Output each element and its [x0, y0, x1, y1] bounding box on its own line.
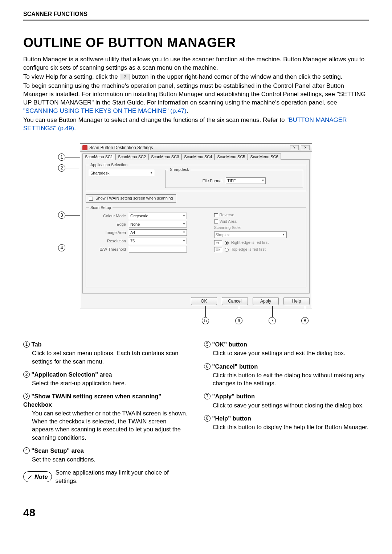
feed-right-radio[interactable] [225, 241, 229, 245]
note-box: Note Some applications may limit your ch… [23, 468, 188, 485]
application-selection-area: Application Selection Sharpdesk Sharpdes… [86, 163, 306, 191]
image-area-label: Image Area [89, 230, 129, 235]
scanning-side-select[interactable]: Simplex [214, 231, 287, 238]
tab-strip: ScanMenu SC1 ScanMenu SC2 ScanMenu SC3 S… [80, 152, 312, 159]
button-row: OK Cancel Apply Help [80, 296, 312, 308]
callout-4: 4 [58, 244, 65, 251]
callout-7: 7 [269, 317, 276, 324]
callout-3: 3 [58, 212, 65, 219]
header-rule [23, 20, 369, 21]
titlebar-help-icon[interactable]: ? [290, 145, 299, 150]
twain-checkbox[interactable] [89, 197, 93, 201]
colour-mode-label: Colour Mode [89, 214, 129, 218]
feed-orientation-b-icon: ▤▸ [214, 247, 222, 252]
cancel-button[interactable]: Cancel [222, 297, 248, 305]
tab-sc6[interactable]: ScanMenu SC6 [248, 153, 281, 160]
apply-button[interactable]: Apply [253, 297, 279, 305]
edge-select[interactable]: None [129, 221, 187, 227]
tab-sc5[interactable]: ScanMenu SC5 [215, 153, 248, 160]
tab-sc3[interactable]: ScanMenu SC3 [148, 153, 181, 160]
edge-label: Edge [89, 222, 129, 226]
tab-sc2[interactable]: ScanMenu SC2 [115, 153, 148, 160]
feed-orientation-a-icon: A▸ [214, 240, 222, 245]
app-select[interactable]: Sharpdesk [89, 170, 154, 176]
void-area-checkbox[interactable] [214, 219, 218, 223]
page-title: OUTLINE OF BUTTON MANAGER [23, 35, 369, 50]
tab-sc1[interactable]: ScanMenu SC1 [82, 153, 115, 160]
resolution-label: Resolution [89, 239, 129, 243]
section-header: SCANNER FUNCTIONS [23, 11, 369, 20]
close-icon[interactable]: ✕ [301, 145, 310, 150]
sharpdesk-legend: Sharpdesk [168, 167, 191, 172]
note-badge: Note [23, 471, 52, 482]
titlebar: Scan Button Destination Settings ? ✕ [80, 144, 312, 152]
scanning-side-label: Scanning Side: [214, 225, 303, 230]
page-number: 48 [23, 506, 369, 519]
callout-6: 6 [235, 317, 242, 324]
screenshot: 1 2 3 4 Scan Button Destination Settings… [80, 143, 312, 326]
file-format-label: File Format [203, 178, 223, 183]
link-scan-keys[interactable]: "SCANNING USING THE KEYS ON THE MACHINE"… [23, 107, 187, 114]
window-title: Scan Button Destination Settings [89, 145, 153, 150]
help-icon: ? [120, 74, 130, 80]
app-icon [82, 145, 87, 150]
help-button[interactable]: Help [283, 297, 310, 305]
tab-sc4[interactable]: ScanMenu SC4 [181, 153, 215, 160]
feed-top-radio[interactable] [225, 248, 229, 252]
callout-8: 8 [301, 317, 309, 324]
image-area-select[interactable]: A4 [129, 229, 187, 236]
reverse-checkbox[interactable] [214, 213, 218, 217]
desc-left-col: 1 Tab Click to set scan menu options. Ea… [23, 340, 188, 485]
file-format-select[interactable]: TIFF [226, 177, 266, 184]
callout-1: 1 [58, 153, 65, 161]
callout-2: 2 [58, 164, 65, 172]
callout-5: 5 [202, 317, 209, 324]
ok-button[interactable]: OK [191, 297, 217, 305]
intro-text: Button Manager is a software utility tha… [23, 56, 369, 132]
resolution-select[interactable]: 75 [129, 238, 187, 244]
bw-threshold-label: B/W Threshold [89, 247, 129, 251]
pencil-icon [27, 474, 33, 480]
desc-right-col: 5 "OK" button Click to save your setting… [204, 340, 369, 485]
bw-threshold-input[interactable] [129, 246, 187, 253]
colour-mode-select[interactable]: Greyscale [129, 213, 187, 219]
dialog-window: Scan Button Destination Settings ? ✕ Sca… [80, 143, 312, 308]
twain-checkbox-row[interactable]: Show TWAIN setting screen when scanning [86, 194, 176, 202]
scan-setup-area: Scan Setup Colour Mode Greyscale Edge No… [86, 205, 306, 287]
